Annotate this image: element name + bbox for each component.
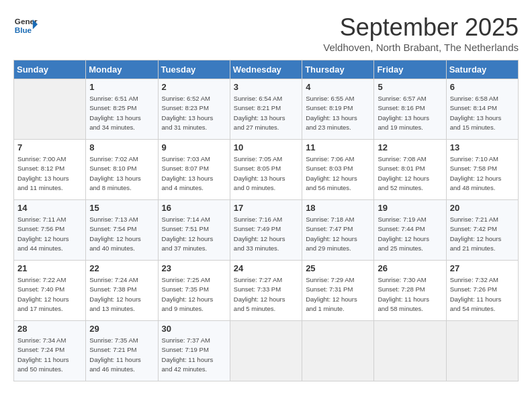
day-cell: 16Sunrise: 7:14 AMSunset: 7:51 PMDayligh… bbox=[158, 200, 230, 261]
week-row-4: 21Sunrise: 7:22 AMSunset: 7:40 PMDayligh… bbox=[14, 261, 519, 321]
day-info: Sunrise: 7:21 AMSunset: 7:42 PMDaylight:… bbox=[450, 215, 515, 253]
day-number: 16 bbox=[162, 203, 226, 213]
day-cell: 26Sunrise: 7:30 AMSunset: 7:28 PMDayligh… bbox=[374, 261, 446, 321]
day-info: Sunrise: 7:18 AMSunset: 7:47 PMDaylight:… bbox=[306, 215, 370, 253]
day-cell: 3Sunrise: 6:54 AMSunset: 8:21 PMDaylight… bbox=[230, 79, 302, 140]
day-cell bbox=[446, 321, 518, 381]
day-number: 25 bbox=[306, 263, 370, 273]
day-info: Sunrise: 7:13 AMSunset: 7:54 PMDaylight:… bbox=[89, 215, 154, 253]
day-info: Sunrise: 7:29 AMSunset: 7:31 PMDaylight:… bbox=[306, 275, 370, 314]
day-cell: 8Sunrise: 7:02 AMSunset: 8:10 PMDaylight… bbox=[86, 140, 158, 200]
day-cell: 1Sunrise: 6:51 AMSunset: 8:25 PMDaylight… bbox=[86, 79, 158, 140]
day-info: Sunrise: 7:27 AMSunset: 7:33 PMDaylight:… bbox=[234, 275, 298, 314]
day-number: 15 bbox=[89, 203, 154, 213]
day-info: Sunrise: 7:35 AMSunset: 7:21 PMDaylight:… bbox=[89, 336, 154, 374]
day-number: 26 bbox=[378, 263, 442, 273]
day-number: 14 bbox=[17, 203, 82, 213]
day-info: Sunrise: 7:05 AMSunset: 8:05 PMDaylight:… bbox=[234, 154, 298, 193]
day-info: Sunrise: 6:55 AMSunset: 8:19 PMDaylight:… bbox=[306, 94, 370, 132]
day-number: 29 bbox=[89, 324, 154, 334]
day-cell bbox=[374, 321, 446, 381]
day-cell: 9Sunrise: 7:03 AMSunset: 8:07 PMDaylight… bbox=[158, 140, 230, 200]
day-number: 12 bbox=[378, 142, 442, 152]
day-info: Sunrise: 7:32 AMSunset: 7:26 PMDaylight:… bbox=[450, 275, 515, 314]
day-number: 7 bbox=[17, 142, 82, 152]
day-cell: 17Sunrise: 7:16 AMSunset: 7:49 PMDayligh… bbox=[230, 200, 302, 261]
day-info: Sunrise: 6:57 AMSunset: 8:16 PMDaylight:… bbox=[378, 94, 442, 132]
day-cell: 12Sunrise: 7:08 AMSunset: 8:01 PMDayligh… bbox=[374, 140, 446, 200]
day-info: Sunrise: 7:03 AMSunset: 8:07 PMDaylight:… bbox=[162, 154, 226, 193]
day-cell: 13Sunrise: 7:10 AMSunset: 7:58 PMDayligh… bbox=[446, 140, 518, 200]
col-header-friday: Friday bbox=[374, 60, 446, 79]
day-number: 6 bbox=[450, 82, 515, 92]
day-info: Sunrise: 7:11 AMSunset: 7:56 PMDaylight:… bbox=[17, 215, 82, 253]
day-number: 21 bbox=[17, 263, 82, 273]
col-header-sunday: Sunday bbox=[14, 60, 86, 79]
day-cell bbox=[14, 79, 86, 140]
day-number: 13 bbox=[450, 142, 515, 152]
day-cell: 15Sunrise: 7:13 AMSunset: 7:54 PMDayligh… bbox=[86, 200, 158, 261]
title-block: September 2025 Veldhoven, North Brabant,… bbox=[323, 13, 519, 53]
day-cell: 22Sunrise: 7:24 AMSunset: 7:38 PMDayligh… bbox=[86, 261, 158, 321]
day-cell: 29Sunrise: 7:35 AMSunset: 7:21 PMDayligh… bbox=[86, 321, 158, 381]
day-number: 3 bbox=[234, 82, 298, 92]
day-number: 27 bbox=[450, 263, 515, 273]
month-title: September 2025 bbox=[323, 13, 519, 42]
day-number: 4 bbox=[306, 82, 370, 92]
day-cell: 18Sunrise: 7:18 AMSunset: 7:47 PMDayligh… bbox=[302, 200, 374, 261]
day-number: 19 bbox=[378, 203, 442, 213]
day-cell: 4Sunrise: 6:55 AMSunset: 8:19 PMDaylight… bbox=[302, 79, 374, 140]
day-info: Sunrise: 7:30 AMSunset: 7:28 PMDaylight:… bbox=[378, 275, 442, 314]
day-info: Sunrise: 7:25 AMSunset: 7:35 PMDaylight:… bbox=[162, 275, 226, 314]
week-row-1: 1Sunrise: 6:51 AMSunset: 8:25 PMDaylight… bbox=[14, 79, 519, 140]
day-cell bbox=[230, 321, 302, 381]
week-row-3: 14Sunrise: 7:11 AMSunset: 7:56 PMDayligh… bbox=[14, 200, 519, 261]
day-number: 28 bbox=[17, 324, 82, 334]
day-cell: 7Sunrise: 7:00 AMSunset: 8:12 PMDaylight… bbox=[14, 140, 86, 200]
day-number: 18 bbox=[306, 203, 370, 213]
day-number: 17 bbox=[234, 203, 298, 213]
day-info: Sunrise: 7:19 AMSunset: 7:44 PMDaylight:… bbox=[378, 215, 442, 253]
day-number: 5 bbox=[378, 82, 442, 92]
col-header-monday: Monday bbox=[86, 60, 158, 79]
day-number: 11 bbox=[306, 142, 370, 152]
day-info: Sunrise: 6:52 AMSunset: 8:23 PMDaylight:… bbox=[162, 94, 226, 132]
day-number: 2 bbox=[162, 82, 226, 92]
week-row-2: 7Sunrise: 7:00 AMSunset: 8:12 PMDaylight… bbox=[14, 140, 519, 200]
day-info: Sunrise: 7:06 AMSunset: 8:03 PMDaylight:… bbox=[306, 154, 370, 193]
location-subtitle: Veldhoven, North Brabant, The Netherland… bbox=[323, 42, 519, 53]
day-info: Sunrise: 7:16 AMSunset: 7:49 PMDaylight:… bbox=[234, 215, 298, 253]
day-number: 10 bbox=[234, 142, 298, 152]
col-header-thursday: Thursday bbox=[302, 60, 374, 79]
day-info: Sunrise: 6:58 AMSunset: 8:14 PMDaylight:… bbox=[450, 94, 515, 132]
day-number: 30 bbox=[162, 324, 226, 334]
day-info: Sunrise: 7:00 AMSunset: 8:12 PMDaylight:… bbox=[17, 154, 82, 193]
day-info: Sunrise: 6:54 AMSunset: 8:21 PMDaylight:… bbox=[234, 94, 298, 132]
day-cell: 20Sunrise: 7:21 AMSunset: 7:42 PMDayligh… bbox=[446, 200, 518, 261]
col-header-tuesday: Tuesday bbox=[158, 60, 230, 79]
day-number: 8 bbox=[89, 142, 154, 152]
day-cell: 14Sunrise: 7:11 AMSunset: 7:56 PMDayligh… bbox=[14, 200, 86, 261]
day-number: 22 bbox=[89, 263, 154, 273]
day-number: 23 bbox=[162, 263, 226, 273]
logo-icon: General Blue bbox=[13, 13, 38, 38]
day-cell: 27Sunrise: 7:32 AMSunset: 7:26 PMDayligh… bbox=[446, 261, 518, 321]
day-info: Sunrise: 7:02 AMSunset: 8:10 PMDaylight:… bbox=[89, 154, 154, 193]
day-cell: 5Sunrise: 6:57 AMSunset: 8:16 PMDaylight… bbox=[374, 79, 446, 140]
day-cell: 6Sunrise: 6:58 AMSunset: 8:14 PMDaylight… bbox=[446, 79, 518, 140]
day-cell: 19Sunrise: 7:19 AMSunset: 7:44 PMDayligh… bbox=[374, 200, 446, 261]
day-cell: 24Sunrise: 7:27 AMSunset: 7:33 PMDayligh… bbox=[230, 261, 302, 321]
svg-text:Blue: Blue bbox=[15, 26, 32, 34]
day-info: Sunrise: 7:14 AMSunset: 7:51 PMDaylight:… bbox=[162, 215, 226, 253]
day-info: Sunrise: 7:24 AMSunset: 7:38 PMDaylight:… bbox=[89, 275, 154, 314]
day-cell: 21Sunrise: 7:22 AMSunset: 7:40 PMDayligh… bbox=[14, 261, 86, 321]
day-info: Sunrise: 7:10 AMSunset: 7:58 PMDaylight:… bbox=[450, 154, 515, 193]
day-cell: 2Sunrise: 6:52 AMSunset: 8:23 PMDaylight… bbox=[158, 79, 230, 140]
day-cell: 25Sunrise: 7:29 AMSunset: 7:31 PMDayligh… bbox=[302, 261, 374, 321]
day-cell: 10Sunrise: 7:05 AMSunset: 8:05 PMDayligh… bbox=[230, 140, 302, 200]
day-number: 20 bbox=[450, 203, 515, 213]
logo: General Blue bbox=[13, 13, 38, 38]
day-info: Sunrise: 7:22 AMSunset: 7:40 PMDaylight:… bbox=[17, 275, 82, 314]
day-cell: 23Sunrise: 7:25 AMSunset: 7:35 PMDayligh… bbox=[158, 261, 230, 321]
day-cell bbox=[302, 321, 374, 381]
